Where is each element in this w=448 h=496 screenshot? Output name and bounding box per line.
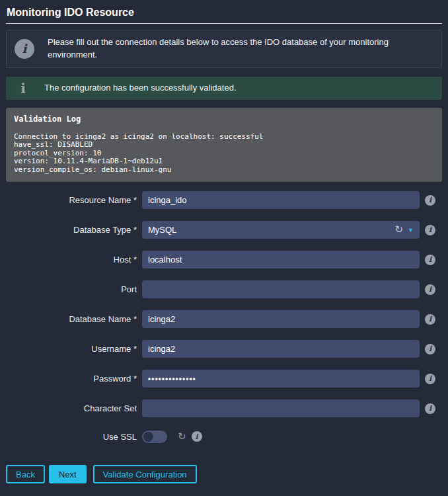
field-row-database-name: Database Name * i — [6, 310, 442, 328]
info-icon[interactable]: i — [425, 195, 435, 206]
username-input[interactable] — [142, 340, 420, 358]
setup-page: Monitoring IDO Resource i Please fill ou… — [0, 0, 448, 496]
info-icon[interactable]: i — [425, 314, 435, 325]
field-row-resource-name: Resource Name * i — [6, 191, 442, 209]
info-icon[interactable]: i — [425, 225, 435, 235]
host-control — [142, 251, 420, 269]
database-type-value: MySQL — [148, 225, 395, 235]
port-control — [142, 280, 420, 298]
database-name-input[interactable] — [142, 310, 420, 328]
field-row-password: Password * i — [6, 370, 442, 388]
port-input[interactable] — [142, 280, 420, 298]
back-button[interactable]: Back — [6, 465, 45, 483]
database-type-control: MySQL ↻ ▼ — [142, 221, 420, 239]
host-label: Host * — [6, 255, 137, 265]
info-icon: i — [20, 81, 26, 95]
username-control — [142, 340, 420, 358]
field-row-host: Host * i — [6, 251, 442, 269]
validation-log-line: version: 10.11.4-MariaDB-1~deb12u1 — [14, 157, 434, 166]
page-title: Monitoring IDO Resource — [6, 4, 442, 24]
refresh-icon[interactable]: ↻ — [178, 431, 186, 442]
port-label: Port — [6, 284, 137, 294]
refresh-icon: ↻ — [395, 225, 404, 235]
password-control — [142, 370, 420, 388]
info-icon[interactable]: i — [425, 374, 435, 384]
validate-configuration-button[interactable]: Validate Configuration — [93, 465, 197, 483]
field-row-port: Port i — [6, 280, 442, 298]
info-circle-icon: i — [15, 39, 34, 59]
info-icon[interactable]: i — [425, 284, 435, 295]
success-note: i The configuration has been successfull… — [6, 77, 442, 100]
validation-log: Validation Log Connection to icinga2 as … — [6, 108, 442, 183]
resource-name-label: Resource Name * — [6, 195, 137, 205]
field-row-database-type: Database Type * MySQL ↻ ▼ i — [6, 221, 442, 239]
password-input[interactable] — [142, 370, 420, 388]
toggle-knob — [143, 432, 153, 442]
field-row-username: Username * i — [6, 340, 442, 358]
next-button[interactable]: Next — [49, 465, 87, 483]
info-icon[interactable]: i — [192, 431, 202, 442]
database-type-label: Database Type * — [6, 225, 137, 235]
field-row-character-set: Character Set i — [6, 399, 442, 417]
character-set-label: Character Set — [6, 403, 137, 413]
info-icon[interactable]: i — [425, 344, 435, 354]
field-row-use-ssl: Use SSL ↻ i — [6, 429, 442, 444]
success-note-text: The configuration has been successfully … — [44, 82, 237, 95]
database-type-select[interactable]: MySQL ↻ ▼ — [142, 221, 420, 239]
ido-resource-form: Resource Name * i Database Type * MySQL … — [6, 191, 442, 444]
validation-log-line: version_compile_os: debian-linux-gnu — [14, 166, 434, 175]
info-icon[interactable]: i — [425, 255, 435, 265]
database-name-control — [142, 310, 420, 328]
info-icon[interactable]: i — [425, 403, 435, 414]
validation-log-line: have_ssl: DISABLED — [14, 141, 434, 149]
resource-name-control — [142, 191, 420, 209]
info-note: i Please fill out the connection details… — [6, 30, 442, 68]
resource-name-input[interactable] — [142, 191, 420, 209]
username-label: Username * — [6, 344, 137, 354]
use-ssl-label: Use SSL — [6, 432, 137, 442]
info-note-text: Please fill out the connection details b… — [48, 36, 433, 62]
chevron-down-icon: ▼ — [408, 227, 414, 233]
password-label: Password * — [6, 374, 137, 384]
character-set-control — [142, 399, 420, 417]
validation-log-title: Validation Log — [14, 114, 434, 124]
character-set-input[interactable] — [142, 399, 420, 417]
wizard-buttons: Back Next Validate Configuration — [6, 465, 442, 483]
use-ssl-toggle[interactable] — [142, 431, 167, 443]
database-name-label: Database Name * — [6, 314, 137, 324]
host-input[interactable] — [142, 251, 420, 269]
